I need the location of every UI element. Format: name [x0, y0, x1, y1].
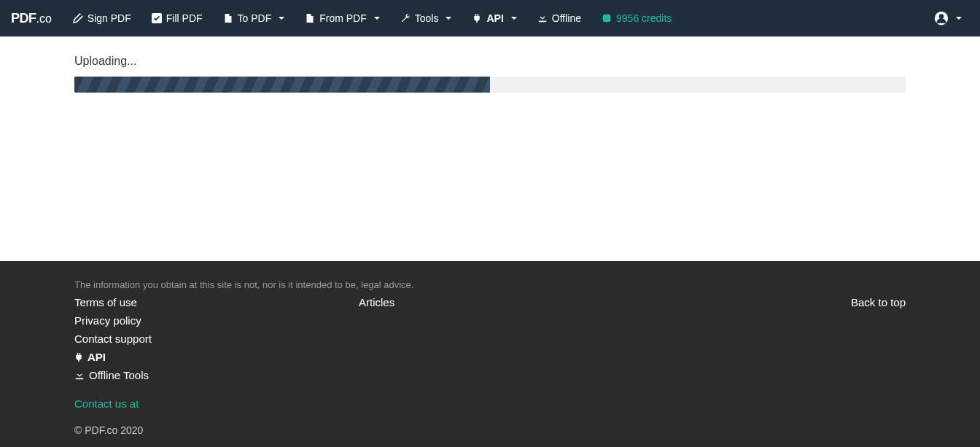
- nav-offline[interactable]: Offline: [527, 2, 591, 34]
- nav-tools-label: Tools: [415, 12, 439, 24]
- upload-progress-bar: [74, 77, 490, 93]
- svg-point-3: [939, 14, 944, 19]
- footer-link-articles[interactable]: Articles: [359, 295, 851, 310]
- caret-down-icon: [374, 17, 380, 20]
- file-icon: [223, 13, 233, 23]
- plug-icon: [472, 13, 482, 23]
- upload-progress: [74, 77, 906, 93]
- caret-down-icon: [956, 17, 962, 20]
- user-circle-icon: [934, 11, 949, 26]
- footer: The information you obtain at this site …: [0, 261, 980, 447]
- footer-link-privacy[interactable]: Privacy policy: [74, 313, 359, 328]
- account-menu[interactable]: [927, 4, 969, 33]
- footer-col-left: Terms of use Privacy policy Contact supp…: [74, 295, 359, 383]
- nav-items: Sign PDF Fill PDF To PDF From PDF: [63, 2, 682, 34]
- nav-to-label: To PDF: [238, 12, 272, 24]
- navbar: PDF.co Sign PDF Fill PDF To PDF: [0, 0, 980, 36]
- nav-sign-label: Sign PDF: [88, 12, 131, 24]
- caret-down-icon: [279, 17, 284, 20]
- main-content: Uploading...: [0, 36, 980, 261]
- footer-col-mid: Articles: [359, 295, 851, 310]
- footer-link-api-label: API: [88, 349, 106, 365]
- footer-contact[interactable]: Contact us at: [74, 397, 906, 410]
- nav-credits[interactable]: 9956 credits: [591, 2, 682, 34]
- wrench-icon: [400, 13, 411, 23]
- footer-link-offline[interactable]: Offline Tools: [74, 368, 359, 383]
- nav-fill-pdf[interactable]: Fill PDF: [141, 2, 213, 34]
- nav-to-pdf[interactable]: To PDF: [213, 2, 295, 34]
- nav-api[interactable]: API: [462, 2, 526, 34]
- file-icon: [305, 13, 315, 23]
- footer-copyright: © PDF.co 2020: [74, 424, 906, 436]
- coins-icon: [602, 13, 612, 23]
- check-square-icon: [152, 13, 162, 23]
- plug-icon: [74, 352, 83, 362]
- footer-link-support[interactable]: Contact support: [74, 331, 359, 346]
- nav-credits-label: 9956 credits: [616, 12, 672, 24]
- footer-link-offline-label: Offline Tools: [89, 368, 149, 383]
- footer-link-backtop[interactable]: Back to top: [851, 295, 906, 310]
- caret-down-icon: [511, 17, 517, 20]
- nav-fill-label: Fill PDF: [166, 12, 203, 24]
- nav-sign-pdf[interactable]: Sign PDF: [63, 2, 141, 34]
- footer-link-api[interactable]: API: [74, 349, 359, 365]
- footer-disclaimer: The information you obtain at this site …: [74, 279, 906, 290]
- footer-link-terms[interactable]: Terms of use: [74, 295, 359, 310]
- upload-status-text: Uploading...: [74, 55, 906, 68]
- footer-col-right: Back to top: [851, 295, 906, 310]
- nav-from-label: From PDF: [319, 12, 367, 24]
- pencil-icon: [73, 13, 83, 23]
- brand-co: .co: [36, 12, 52, 26]
- nav-from-pdf[interactable]: From PDF: [295, 2, 390, 34]
- nav-tools[interactable]: Tools: [390, 2, 462, 34]
- brand-logo[interactable]: PDF.co: [11, 11, 52, 26]
- caret-down-icon: [446, 17, 451, 20]
- nav-api-label: API: [486, 12, 503, 24]
- download-icon: [74, 370, 85, 381]
- brand-pdf: PDF: [11, 11, 36, 26]
- download-icon: [537, 13, 548, 23]
- nav-offline-label: Offline: [552, 12, 581, 24]
